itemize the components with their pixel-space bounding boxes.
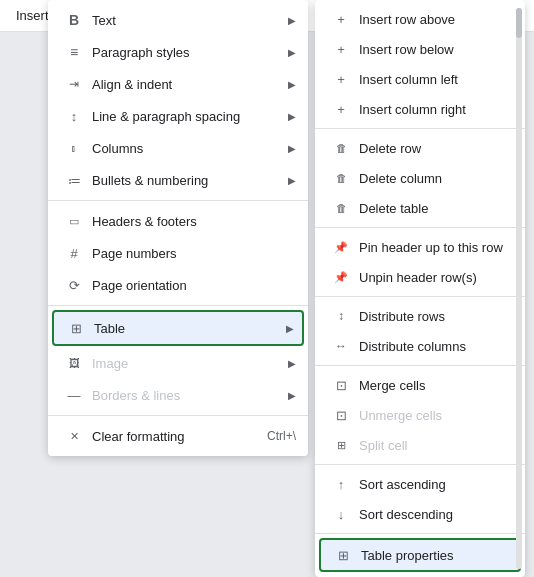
menu-item-line-spacing-label: Line & paragraph spacing (92, 109, 280, 124)
table-arrow-icon: ▶ (286, 323, 294, 334)
menu-item-clear-formatting[interactable]: Clear formatting Ctrl+\ (48, 420, 308, 452)
menu-item-paragraph-styles[interactable]: Paragraph styles ▶ (48, 36, 308, 68)
table-unpin-header[interactable]: Unpin header row(s) (315, 262, 525, 292)
table-unmerge-cells: Unmerge cells (315, 400, 525, 430)
paragraph-arrow-icon: ▶ (288, 47, 296, 58)
table-icon (66, 318, 86, 338)
menu-item-line-spacing[interactable]: Line & paragraph spacing ▶ (48, 100, 308, 132)
table-insert-row-above-label: Insert row above (359, 12, 513, 27)
menu-item-page-orientation[interactable]: Page orientation (48, 269, 308, 301)
insert-col-right-icon: + (331, 99, 351, 119)
columns-icon (64, 138, 84, 158)
menu-item-headers-label: Headers & footers (92, 214, 296, 229)
table-distribute-rows[interactable]: Distribute rows (315, 301, 525, 331)
menu-item-borders-label: Borders & lines (92, 388, 280, 403)
delete-row-icon (331, 138, 351, 158)
image-icon (64, 353, 84, 373)
bullets-icon (64, 170, 84, 190)
table-insert-col-right-label: Insert column right (359, 102, 513, 117)
table-submenu: + Insert row above + Insert row below + … (315, 0, 525, 577)
table-split-cell: Split cell (315, 430, 525, 460)
table-distribute-cols[interactable]: Distribute columns (315, 331, 525, 361)
separator-1 (48, 200, 308, 201)
table-sort-ascending[interactable]: Sort ascending (315, 469, 525, 499)
table-delete-column[interactable]: Delete column (315, 163, 525, 193)
menu-item-columns-label: Columns (92, 141, 280, 156)
menu-item-text[interactable]: Text ▶ (48, 4, 308, 36)
spacing-arrow-icon: ▶ (288, 111, 296, 122)
menu-item-page-numbers-label: Page numbers (92, 246, 296, 261)
table-sort-descending[interactable]: Sort descending (315, 499, 525, 529)
align-arrow-icon: ▶ (288, 79, 296, 90)
table-separator-3 (315, 296, 525, 297)
columns-arrow-icon: ▶ (288, 143, 296, 154)
insert-col-left-icon: + (331, 69, 351, 89)
table-sort-descending-label: Sort descending (359, 507, 513, 522)
menu-item-columns[interactable]: Columns ▶ (48, 132, 308, 164)
format-dropdown: Text ▶ Paragraph styles ▶ Align & indent… (48, 0, 308, 456)
table-delete-row[interactable]: Delete row (315, 133, 525, 163)
line-spacing-icon (64, 106, 84, 126)
menu-item-text-label: Text (92, 13, 280, 28)
pin-header-icon (331, 237, 351, 257)
distribute-rows-icon (331, 306, 351, 326)
menu-item-headers[interactable]: Headers & footers (48, 205, 308, 237)
delete-table-icon (331, 198, 351, 218)
menu-item-bullets[interactable]: Bullets & numbering ▶ (48, 164, 308, 196)
table-insert-row-below[interactable]: + Insert row below (315, 34, 525, 64)
menu-item-page-numbers[interactable]: Page numbers (48, 237, 308, 269)
separator-3 (48, 415, 308, 416)
table-unpin-header-label: Unpin header row(s) (359, 270, 513, 285)
table-pin-header-label: Pin header up to this row (359, 240, 513, 255)
unpin-header-icon (331, 267, 351, 287)
headers-icon (64, 211, 84, 231)
separator-2 (48, 305, 308, 306)
sort-ascending-icon (331, 474, 351, 494)
scroll-indicator (516, 8, 522, 569)
paragraph-styles-icon (64, 42, 84, 62)
clear-formatting-shortcut: Ctrl+\ (267, 429, 296, 443)
table-properties[interactable]: Table properties (319, 538, 521, 572)
text-icon (64, 10, 84, 30)
table-separator-1 (315, 128, 525, 129)
menu-item-page-orientation-label: Page orientation (92, 278, 296, 293)
page-orientation-icon (64, 275, 84, 295)
table-insert-row-below-label: Insert row below (359, 42, 513, 57)
table-delete-table-label: Delete table (359, 201, 513, 216)
distribute-cols-icon (331, 336, 351, 356)
menu-item-table-label: Table (94, 321, 278, 336)
menu-item-paragraph-styles-label: Paragraph styles (92, 45, 280, 60)
menu-item-borders: Borders & lines ▶ (48, 379, 308, 411)
text-arrow-icon: ▶ (288, 15, 296, 26)
menu-item-table[interactable]: Table ▶ (52, 310, 304, 346)
table-insert-row-above[interactable]: + Insert row above (315, 4, 525, 34)
clear-formatting-icon (64, 426, 84, 446)
table-properties-label: Table properties (361, 548, 511, 563)
menu-item-bullets-label: Bullets & numbering (92, 173, 280, 188)
table-sort-ascending-label: Sort ascending (359, 477, 513, 492)
insert-row-below-icon: + (331, 39, 351, 59)
table-merge-cells[interactable]: Merge cells (315, 370, 525, 400)
table-unmerge-cells-label: Unmerge cells (359, 408, 513, 423)
merge-cells-icon (331, 375, 351, 395)
table-pin-header[interactable]: Pin header up to this row (315, 232, 525, 262)
insert-row-above-icon: + (331, 9, 351, 29)
menu-item-clear-formatting-label: Clear formatting (92, 429, 267, 444)
bullets-arrow-icon: ▶ (288, 175, 296, 186)
unmerge-cells-icon (331, 405, 351, 425)
table-properties-icon (333, 545, 353, 565)
delete-column-icon (331, 168, 351, 188)
menu-item-image-label: Image (92, 356, 280, 371)
page-numbers-icon (64, 243, 84, 263)
table-separator-6 (315, 533, 525, 534)
menu-item-align-indent-label: Align & indent (92, 77, 280, 92)
table-insert-col-left[interactable]: + Insert column left (315, 64, 525, 94)
table-delete-table[interactable]: Delete table (315, 193, 525, 223)
scroll-thumb (516, 8, 522, 38)
table-separator-2 (315, 227, 525, 228)
table-insert-col-right[interactable]: + Insert column right (315, 94, 525, 124)
menu-item-align-indent[interactable]: Align & indent ▶ (48, 68, 308, 100)
image-arrow-icon: ▶ (288, 358, 296, 369)
menu-item-image: Image ▶ (48, 347, 308, 379)
table-delete-row-label: Delete row (359, 141, 513, 156)
